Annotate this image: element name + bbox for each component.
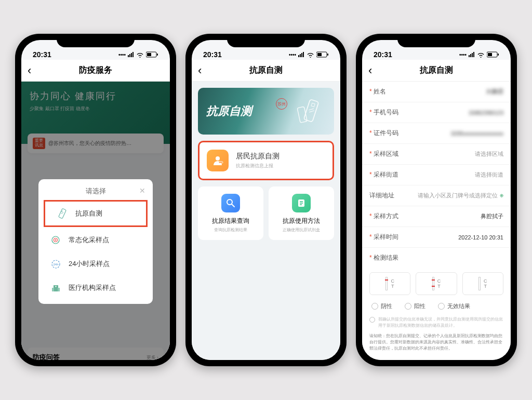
field-area[interactable]: 采样区域请选择区域 <box>362 144 511 165</box>
banner: 抗原自测 苏州 <box>198 88 334 135</box>
svg-rect-13 <box>58 288 60 291</box>
svg-line-21 <box>309 109 314 110</box>
wifi-icon <box>307 52 314 58</box>
svg-rect-19 <box>304 99 319 122</box>
option-24h-sampling[interactable]: 24h 24小时采样点 <box>38 252 153 276</box>
phone-notch <box>397 34 475 47</box>
note-text: 请知晓：您在抗原自测提交、记录的个人信息及新冠抗原检测数据均由您自行提供。您需对… <box>362 332 511 356</box>
location-pin-icon[interactable]: ⎈ <box>500 192 503 199</box>
field-time[interactable]: 采样时间2022-12-10 20:31 <box>362 227 511 248</box>
value-area: 请选择区域 <box>411 150 503 158</box>
option-label: 常态化采样点 <box>69 235 109 245</box>
option-label: 医疗机构采样点 <box>69 283 116 292</box>
svg-rect-25 <box>219 162 223 163</box>
modal-overlay[interactable]: 请选择 ✕ 抗原自测 常态化采样点 24h 24小时采样点 <box>21 82 170 360</box>
radio-invalid[interactable]: 无效结果 <box>438 302 470 310</box>
svg-rect-12 <box>52 288 54 291</box>
banner-title: 抗原自测 <box>206 103 252 119</box>
svg-rect-1 <box>147 53 151 56</box>
target-icon <box>50 234 61 246</box>
disclaimer-checkbox[interactable]: 我确认所提交的信息准确无误，并同意抗原自测使用我所提交的信息用于新冠抗原检测数据… <box>362 313 511 332</box>
back-button[interactable]: ‹ <box>368 64 372 77</box>
status-time: 20:31 <box>33 50 51 59</box>
field-street[interactable]: 采样街道请选择街道 <box>362 165 511 185</box>
result-positive-card[interactable]: CT <box>416 272 457 295</box>
phone-notch <box>227 34 305 47</box>
svg-rect-20 <box>311 103 315 106</box>
option-regular-sampling[interactable]: 常态化采样点 <box>38 228 153 252</box>
test-kit-icon <box>297 97 327 124</box>
status-icons: •••• <box>459 50 499 59</box>
phone-mockup-3: 20:31 •••• ‹ 抗原自测 姓名刘鹏霞 手机号码15862390123 … <box>356 34 517 366</box>
value-street: 请选择街道 <box>411 171 503 179</box>
value-time: 2022-12-10 20:31 <box>411 234 503 241</box>
field-address[interactable]: 详细地址请输入小区及门牌号或选择定位⎈ <box>362 185 511 206</box>
phone-notch <box>57 34 135 47</box>
signal-icon <box>298 50 304 59</box>
back-button[interactable]: ‹ <box>28 64 31 77</box>
status-time: 20:31 <box>203 50 222 59</box>
result-options: CT CT CT <box>362 268 511 299</box>
page-title: 防疫服务 <box>21 65 170 76</box>
radio-positive[interactable]: 阳性 <box>405 302 425 310</box>
city-stamp: 苏州 <box>276 98 287 110</box>
svg-line-5 <box>61 212 63 214</box>
card-subtitle: 查询抗原检测结果 <box>203 227 258 233</box>
page-title: 抗原自测 <box>362 65 511 76</box>
navbar: ‹ 防疫服务 <box>21 60 170 82</box>
svg-rect-3 <box>59 208 66 219</box>
result-query-card[interactable]: 抗原结果查询 查询抗原检测结果 <box>198 186 263 240</box>
status-icons: •••• <box>289 50 329 59</box>
field-result-label: 检测结果 <box>362 248 511 268</box>
highlight-box: 抗原自测 <box>44 200 148 227</box>
card-title: 抗原使用方法 <box>274 217 329 225</box>
hospital-icon <box>50 282 61 294</box>
svg-rect-33 <box>488 53 492 56</box>
field-phone[interactable]: 手机号码15862390123 <box>362 102 511 123</box>
wifi-icon <box>477 52 485 58</box>
radio-negative[interactable]: 阴性 <box>371 302 392 310</box>
phone-mockup-1: 20:31 •••• ‹ 防疫服务 协力同心 健康同行 少聚集 戴口罩 打疫苗 … <box>15 34 176 366</box>
navbar: ‹ 抗原自测 <box>192 60 340 82</box>
test-kit-icon <box>57 208 68 219</box>
option-label: 24小时采样点 <box>69 259 110 269</box>
phone-mockup-2: 20:31 •••• ‹ 抗原自测 抗原自测 苏州 居民抗原自测 抗原检测信息上… <box>185 34 347 366</box>
back-button[interactable]: ‹ <box>198 64 202 77</box>
option-antigen-selftest[interactable]: 抗原自测 <box>45 202 146 225</box>
svg-text:24h: 24h <box>53 263 58 266</box>
svg-rect-15 <box>56 286 56 287</box>
clock-24h-icon: 24h <box>50 258 61 270</box>
result-radios: 阴性 阳性 无效结果 <box>362 299 511 313</box>
svg-rect-2 <box>157 54 158 56</box>
card-subtitle: 抗原检测信息上报 <box>236 163 280 169</box>
field-name[interactable]: 姓名刘鹏霞 <box>362 82 511 102</box>
card-subtitle: 正确使用抗原试剂盒 <box>274 227 329 233</box>
svg-point-8 <box>55 239 57 241</box>
close-icon[interactable]: ✕ <box>139 186 145 195</box>
usage-method-card[interactable]: 抗原使用方法 正确使用抗原试剂盒 <box>269 186 334 240</box>
wifi-icon <box>136 52 144 58</box>
value-address: 请输入小区及门牌号或选择定位⎈ <box>411 192 503 199</box>
result-negative-card[interactable]: CT <box>369 272 410 295</box>
navbar: ‹ 抗原自测 <box>362 60 511 82</box>
value-name: 刘鹏霞 <box>411 88 503 96</box>
select-modal: 请选择 ✕ 抗原自测 常态化采样点 24h 24小时采样点 <box>38 179 153 304</box>
page-title: 抗原自测 <box>192 65 340 76</box>
field-method[interactable]: 采样方式鼻腔拭子 <box>362 206 511 227</box>
svg-line-27 <box>232 204 234 207</box>
option-medical-sampling[interactable]: 医疗机构采样点 <box>38 276 153 300</box>
result-invalid-card[interactable]: CT <box>462 272 503 295</box>
user-test-icon <box>207 150 229 171</box>
card-title: 居民抗原自测 <box>236 152 280 161</box>
resident-selftest-card[interactable]: 居民抗原自测 抗原检测信息上报 <box>198 141 334 180</box>
signal-icon <box>469 50 475 59</box>
card-title: 抗原结果查询 <box>203 217 258 225</box>
signal-icon <box>128 50 134 59</box>
svg-rect-17 <box>317 53 322 56</box>
search-icon <box>221 194 240 212</box>
option-label: 抗原自测 <box>75 209 102 218</box>
field-id[interactable]: 证件号码3205xxxxxxxxxxxxxx <box>362 123 511 144</box>
svg-rect-18 <box>327 54 328 56</box>
svg-rect-34 <box>498 54 499 56</box>
document-icon <box>292 194 311 212</box>
